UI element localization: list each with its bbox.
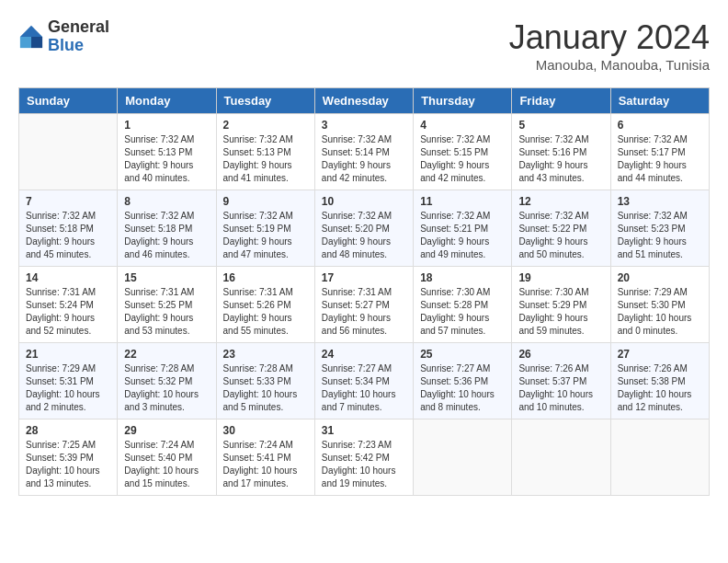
day-number: 14 xyxy=(26,271,110,284)
column-header-sunday: Sunday xyxy=(19,88,118,114)
logo-icon xyxy=(18,24,44,50)
calendar-cell: 8Sunrise: 7:32 AMSunset: 5:18 PMDaylight… xyxy=(118,190,216,267)
column-header-monday: Monday xyxy=(118,88,216,114)
day-info: Sunrise: 7:26 AMSunset: 5:38 PMDaylight:… xyxy=(618,362,702,414)
calendar-cell: 14Sunrise: 7:31 AMSunset: 5:24 PMDayligh… xyxy=(19,267,118,343)
column-header-saturday: Saturday xyxy=(610,88,709,114)
logo: General Blue xyxy=(18,18,109,55)
logo-general: General xyxy=(48,18,109,37)
day-number: 30 xyxy=(223,424,308,437)
calendar-cell: 1Sunrise: 7:32 AMSunset: 5:13 PMDaylight… xyxy=(118,114,216,190)
day-number: 19 xyxy=(518,271,603,284)
day-info: Sunrise: 7:32 AMSunset: 5:20 PMDaylight:… xyxy=(322,210,406,261)
day-number: 21 xyxy=(26,348,110,361)
calendar-cell: 9Sunrise: 7:32 AMSunset: 5:19 PMDaylight… xyxy=(216,190,314,267)
calendar-cell: 10Sunrise: 7:32 AMSunset: 5:20 PMDayligh… xyxy=(314,190,413,267)
month-title: January 2024 xyxy=(509,18,710,57)
day-info: Sunrise: 7:32 AMSunset: 5:18 PMDaylight:… xyxy=(124,210,209,261)
column-header-wednesday: Wednesday xyxy=(314,88,413,114)
day-info: Sunrise: 7:24 AMSunset: 5:40 PMDaylight:… xyxy=(124,439,209,490)
title-block: January 2024 Manouba, Manouba, Tunisia xyxy=(509,18,710,73)
day-number: 8 xyxy=(124,195,209,208)
day-number: 31 xyxy=(322,424,406,437)
calendar-cell: 24Sunrise: 7:27 AMSunset: 5:34 PMDayligh… xyxy=(314,343,413,419)
column-header-friday: Friday xyxy=(512,88,610,114)
calendar-cell: 2Sunrise: 7:32 AMSunset: 5:13 PMDaylight… xyxy=(216,114,314,190)
column-header-thursday: Thursday xyxy=(414,88,512,114)
calendar-cell xyxy=(512,419,610,496)
day-number: 3 xyxy=(322,119,406,132)
calendar-cell: 16Sunrise: 7:31 AMSunset: 5:26 PMDayligh… xyxy=(216,267,314,343)
day-info: Sunrise: 7:32 AMSunset: 5:13 PMDaylight:… xyxy=(124,133,209,185)
calendar-cell: 4Sunrise: 7:32 AMSunset: 5:15 PMDaylight… xyxy=(414,114,512,190)
day-number: 27 xyxy=(618,348,702,361)
calendar-cell: 5Sunrise: 7:32 AMSunset: 5:16 PMDaylight… xyxy=(512,114,610,190)
day-info: Sunrise: 7:30 AMSunset: 5:29 PMDaylight:… xyxy=(518,286,603,338)
day-number: 15 xyxy=(124,271,209,284)
day-info: Sunrise: 7:32 AMSunset: 5:22 PMDaylight:… xyxy=(518,210,603,261)
day-number: 7 xyxy=(26,195,110,208)
calendar-cell: 18Sunrise: 7:30 AMSunset: 5:28 PMDayligh… xyxy=(414,267,512,343)
calendar-week-row: 7Sunrise: 7:32 AMSunset: 5:18 PMDaylight… xyxy=(19,190,710,267)
day-info: Sunrise: 7:32 AMSunset: 5:14 PMDaylight:… xyxy=(322,133,406,185)
day-info: Sunrise: 7:31 AMSunset: 5:25 PMDaylight:… xyxy=(124,286,209,338)
day-number: 18 xyxy=(420,271,505,284)
day-info: Sunrise: 7:26 AMSunset: 5:37 PMDaylight:… xyxy=(518,362,603,414)
calendar-header-row: SundayMondayTuesdayWednesdayThursdayFrid… xyxy=(19,88,710,114)
day-info: Sunrise: 7:28 AMSunset: 5:33 PMDaylight:… xyxy=(223,362,308,414)
day-number: 22 xyxy=(124,348,209,361)
calendar-cell: 31Sunrise: 7:23 AMSunset: 5:42 PMDayligh… xyxy=(314,419,413,496)
day-number: 2 xyxy=(223,119,308,132)
day-number: 4 xyxy=(420,119,505,132)
calendar-cell xyxy=(19,114,118,190)
day-info: Sunrise: 7:32 AMSunset: 5:21 PMDaylight:… xyxy=(420,210,505,261)
day-number: 9 xyxy=(223,195,308,208)
calendar-week-row: 21Sunrise: 7:29 AMSunset: 5:31 PMDayligh… xyxy=(19,343,710,419)
calendar-cell: 23Sunrise: 7:28 AMSunset: 5:33 PMDayligh… xyxy=(216,343,314,419)
calendar-cell: 26Sunrise: 7:26 AMSunset: 5:37 PMDayligh… xyxy=(512,343,610,419)
day-info: Sunrise: 7:32 AMSunset: 5:16 PMDaylight:… xyxy=(518,133,603,185)
day-info: Sunrise: 7:29 AMSunset: 5:31 PMDaylight:… xyxy=(26,362,110,414)
day-info: Sunrise: 7:31 AMSunset: 5:27 PMDaylight:… xyxy=(322,286,406,338)
day-info: Sunrise: 7:31 AMSunset: 5:26 PMDaylight:… xyxy=(223,286,308,338)
calendar-cell: 6Sunrise: 7:32 AMSunset: 5:17 PMDaylight… xyxy=(610,114,709,190)
svg-marker-1 xyxy=(31,37,42,48)
day-number: 26 xyxy=(518,348,603,361)
day-info: Sunrise: 7:30 AMSunset: 5:28 PMDaylight:… xyxy=(420,286,505,338)
logo-blue: Blue xyxy=(48,37,109,55)
day-info: Sunrise: 7:29 AMSunset: 5:30 PMDaylight:… xyxy=(618,286,702,338)
svg-marker-0 xyxy=(20,26,42,37)
calendar-cell: 20Sunrise: 7:29 AMSunset: 5:30 PMDayligh… xyxy=(610,267,709,343)
day-info: Sunrise: 7:27 AMSunset: 5:36 PMDaylight:… xyxy=(420,362,505,414)
column-header-tuesday: Tuesday xyxy=(216,88,314,114)
day-info: Sunrise: 7:25 AMSunset: 5:39 PMDaylight:… xyxy=(26,439,110,490)
svg-marker-2 xyxy=(20,37,31,48)
day-number: 28 xyxy=(26,424,110,437)
calendar-cell xyxy=(414,419,512,496)
location: Manouba, Manouba, Tunisia xyxy=(509,57,710,73)
day-info: Sunrise: 7:31 AMSunset: 5:24 PMDaylight:… xyxy=(26,286,110,338)
day-number: 16 xyxy=(223,271,308,284)
calendar-cell: 13Sunrise: 7:32 AMSunset: 5:23 PMDayligh… xyxy=(610,190,709,267)
day-number: 17 xyxy=(322,271,406,284)
day-number: 1 xyxy=(124,119,209,132)
day-number: 6 xyxy=(618,119,702,132)
calendar-cell: 25Sunrise: 7:27 AMSunset: 5:36 PMDayligh… xyxy=(414,343,512,419)
day-info: Sunrise: 7:32 AMSunset: 5:23 PMDaylight:… xyxy=(618,210,702,261)
day-number: 20 xyxy=(618,271,702,284)
day-info: Sunrise: 7:32 AMSunset: 5:19 PMDaylight:… xyxy=(223,210,308,261)
day-info: Sunrise: 7:24 AMSunset: 5:41 PMDaylight:… xyxy=(223,439,308,490)
calendar-cell: 15Sunrise: 7:31 AMSunset: 5:25 PMDayligh… xyxy=(118,267,216,343)
calendar-cell xyxy=(610,419,709,496)
logo-text: General Blue xyxy=(48,18,109,55)
calendar-cell: 22Sunrise: 7:28 AMSunset: 5:32 PMDayligh… xyxy=(118,343,216,419)
calendar-cell: 27Sunrise: 7:26 AMSunset: 5:38 PMDayligh… xyxy=(610,343,709,419)
calendar-cell: 21Sunrise: 7:29 AMSunset: 5:31 PMDayligh… xyxy=(19,343,118,419)
calendar-cell: 11Sunrise: 7:32 AMSunset: 5:21 PMDayligh… xyxy=(414,190,512,267)
day-info: Sunrise: 7:23 AMSunset: 5:42 PMDaylight:… xyxy=(322,439,406,490)
day-info: Sunrise: 7:32 AMSunset: 5:15 PMDaylight:… xyxy=(420,133,505,185)
calendar-cell: 30Sunrise: 7:24 AMSunset: 5:41 PMDayligh… xyxy=(216,419,314,496)
day-number: 23 xyxy=(223,348,308,361)
calendar-cell: 12Sunrise: 7:32 AMSunset: 5:22 PMDayligh… xyxy=(512,190,610,267)
calendar-cell: 3Sunrise: 7:32 AMSunset: 5:14 PMDaylight… xyxy=(314,114,413,190)
